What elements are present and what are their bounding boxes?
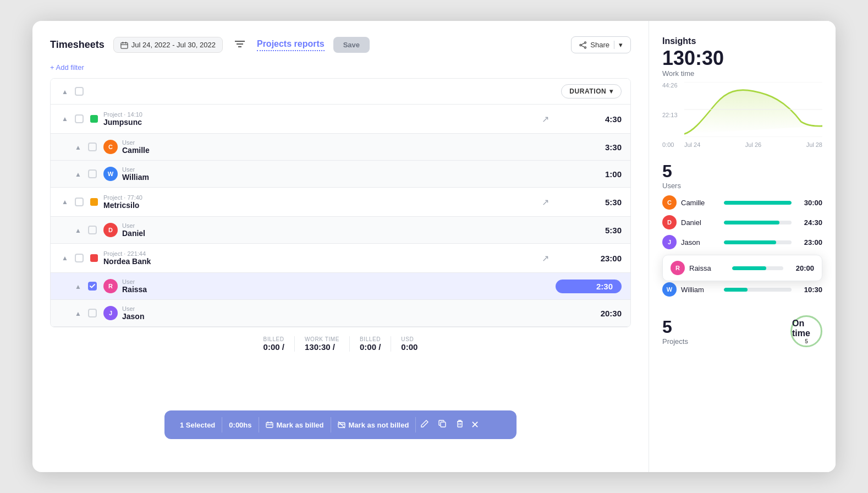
stat-name-raissa: Raissa	[689, 264, 728, 272]
projects-section: 5 Projects On time 5	[662, 315, 822, 347]
mark-as-billed-button[interactable]: Mark as billed	[259, 421, 331, 429]
checkbox-raissa[interactable]	[88, 282, 97, 291]
users-stats-list: C Camille 30:00 D Daniel 24:30	[662, 195, 822, 297]
raissa-tooltip: R Raissa 20:00	[662, 255, 822, 281]
expand-jason-button[interactable]: ▲	[73, 310, 84, 317]
project-color-dot	[90, 115, 98, 123]
checkbox-jumpsunc[interactable]	[75, 114, 84, 123]
stat-name-camille: Camille	[681, 199, 719, 207]
footer-summary: BILLED 0:00 / WORK TIME 130:30 / BILLED …	[50, 327, 631, 363]
checkbox-metricsilo[interactable]	[75, 198, 84, 206]
avatar-william: W	[103, 167, 118, 181]
user-row-daniel: ▲ D User Daniel 5:30	[51, 217, 630, 244]
user-name-camille: Camille	[122, 146, 556, 155]
stat-name-daniel: Daniel	[681, 218, 719, 227]
stat-time-jason: 23:00	[796, 238, 822, 246]
chart-svg	[684, 82, 822, 137]
add-filter-button[interactable]: + Add filter	[50, 63, 631, 72]
date-range-button[interactable]: Jul 24, 2022 - Jul 30, 2022	[113, 37, 223, 53]
stat-name-william: William	[681, 286, 719, 294]
stat-avatar-camille: C	[662, 195, 677, 210]
user-meta-jason: User	[122, 305, 556, 312]
table-header: ▲ DURATION ▾	[51, 79, 630, 105]
stat-time-william: 10:30	[796, 286, 822, 294]
footer-work-time-value: 130:30 /	[305, 342, 339, 352]
external-link-icon-metricsilo[interactable]: ↗	[542, 197, 549, 207]
save-button[interactable]: Save	[333, 37, 370, 53]
duration-jason: 20:30	[556, 309, 622, 318]
project-meta-metricsilo: Project · 77:40	[103, 194, 542, 201]
work-time-chart: 44:26 22:13 0:00	[662, 82, 822, 148]
users-label: Users	[662, 182, 822, 190]
footer-billed-label: BILLED	[263, 336, 284, 342]
expand-nordea-button[interactable]: ▲	[59, 254, 70, 262]
duplicate-button[interactable]	[433, 419, 451, 430]
mark-as-not-billed-button[interactable]: Mark as not billed	[331, 421, 416, 429]
external-link-icon[interactable]: ↗	[542, 114, 549, 124]
insights-title: Insights	[662, 36, 822, 46]
expand-raissa-button[interactable]: ▲	[73, 283, 84, 291]
checkbox-nordea[interactable]	[75, 254, 84, 262]
footer-billed2-value: 0:00 /	[360, 342, 381, 352]
chevron-down-icon: ▾	[609, 87, 613, 95]
stat-bar-daniel	[724, 221, 779, 224]
delete-button[interactable]	[451, 419, 469, 430]
filter-icon-button[interactable]	[232, 37, 248, 53]
chart-x-labels: Jul 24 Jul 26 Jul 28	[684, 141, 822, 148]
billed-icon	[266, 421, 273, 429]
project-row-metricsilo: ▲ Project · 77:40 Metricsilo ↗ 5:30	[51, 188, 630, 217]
expand-william-button[interactable]: ▲	[73, 171, 84, 178]
selected-hours: 0:00hs	[222, 421, 258, 429]
on-time-label: On time	[792, 319, 821, 338]
project-color-dot-metricsilo	[90, 198, 98, 206]
external-link-icon-nordea[interactable]: ↗	[542, 253, 549, 264]
checkbox-jason[interactable]	[88, 309, 97, 317]
filter-icon	[235, 40, 245, 48]
insights-panel: Insights 130:30 Work time 44:26 22:13 0:…	[649, 21, 836, 472]
user-stat-william: W William 10:30	[662, 282, 822, 297]
close-bar-button[interactable]: ✕	[471, 419, 479, 431]
duration-sort-button[interactable]: DURATION ▾	[561, 84, 622, 98]
select-all-checkbox[interactable]	[75, 87, 84, 96]
svg-point-7	[585, 42, 586, 43]
user-row-william: ▲ W User William 1:00	[51, 161, 630, 188]
stat-avatar-william: W	[662, 282, 677, 297]
share-chevron-icon[interactable]: ▾	[614, 41, 623, 49]
duration-nordea: 23:00	[556, 254, 622, 263]
duration-metricsilo: 5:30	[556, 198, 622, 207]
users-section: 5 Users C Camille 30:00 D Daniel	[662, 161, 822, 302]
timesheets-table: ▲ DURATION ▾ ▲	[50, 78, 631, 327]
not-billed-icon	[338, 421, 345, 429]
checkbox-william[interactable]	[88, 169, 97, 178]
footer-work-time-label: WORK TIME	[305, 336, 339, 342]
duration-william: 1:00	[556, 169, 622, 179]
expand-daniel-button[interactable]: ▲	[73, 227, 84, 234]
on-time-count: 5	[805, 338, 808, 344]
expand-metricsilo-button[interactable]: ▲	[59, 198, 70, 206]
edit-button[interactable]	[416, 419, 433, 430]
duration-raissa: 2:30	[556, 280, 622, 293]
project-meta-jumpsunc: Project · 14:10	[103, 111, 542, 118]
user-meta-camille: User	[122, 139, 556, 146]
expand-camille-button[interactable]: ▲	[73, 144, 84, 151]
checkbox-daniel[interactable]	[88, 226, 97, 234]
expand-jumpsunc-button[interactable]: ▲	[59, 115, 70, 123]
project-name-metricsilo: Metricsilo	[103, 201, 542, 210]
duplicate-icon	[438, 419, 447, 428]
duration-daniel: 5:30	[556, 226, 622, 235]
project-name-nordea: Nordea Bank	[103, 257, 542, 266]
checkbox-camille[interactable]	[88, 143, 97, 151]
collapse-all-button[interactable]: ▲	[59, 88, 70, 96]
date-range-text: Jul 24, 2022 - Jul 30, 2022	[131, 41, 216, 49]
svg-rect-19	[441, 422, 446, 427]
svg-line-11	[581, 45, 585, 47]
selection-action-bar: 1 Selected 0:00hs Mark as billed	[164, 410, 517, 439]
user-stat-daniel: D Daniel 24:30	[662, 215, 822, 229]
svg-point-8	[580, 44, 581, 46]
duration-jumpsunc: 4:30	[556, 114, 622, 124]
project-color-dot-nordea	[90, 254, 98, 262]
share-button[interactable]: Share ▾	[571, 36, 631, 53]
stat-name-jason: Jason	[681, 238, 719, 246]
stat-time-camille: 30:00	[796, 199, 822, 207]
footer-usd-value: 0:00	[401, 342, 417, 352]
